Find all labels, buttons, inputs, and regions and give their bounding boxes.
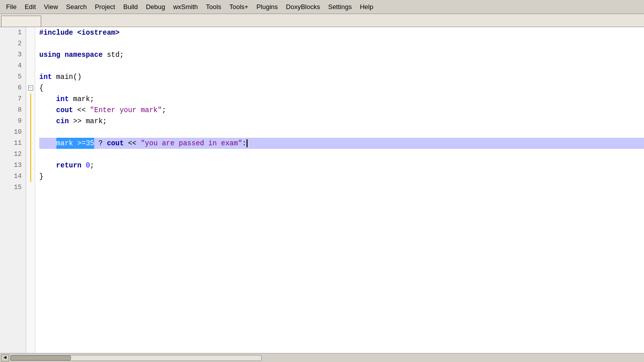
fold-marker-14: [26, 171, 35, 182]
code-line-13: return 0;: [39, 160, 644, 171]
code-line-1: #include <iostream>: [39, 27, 644, 38]
code-line-3: using namespace std;: [39, 49, 644, 60]
scroll-left-button[interactable]: ◄: [1, 354, 9, 361]
menu-bar: FileEditViewSearchProjectBuildDebugwxSmi…: [0, 0, 644, 14]
tab-bar: [0, 14, 644, 27]
line-number-13: 13: [0, 160, 26, 171]
line-number-4: 4: [0, 60, 26, 71]
code-line-4: [39, 60, 644, 71]
code-line-15: [39, 182, 644, 193]
fold-marker-6[interactable]: −: [26, 82, 35, 94]
menu-item-debug[interactable]: Debug: [142, 2, 169, 12]
code-span: cout: [107, 138, 124, 149]
code-line-7: int mark;: [39, 94, 644, 105]
code-span: "you are passed in exam": [141, 138, 243, 149]
menu-item-tools+[interactable]: Tools+: [225, 2, 253, 12]
code-span: namespace: [64, 49, 103, 60]
scrollbar-track[interactable]: [10, 355, 262, 361]
code-span: [39, 116, 56, 127]
code-span: [60, 49, 64, 60]
code-span: }: [39, 171, 43, 182]
menu-item-tools[interactable]: Tools: [202, 2, 225, 12]
code-span: int: [56, 94, 69, 105]
menu-item-project[interactable]: Project: [91, 2, 119, 12]
line-number-6: 6: [0, 82, 26, 94]
code-span: [39, 94, 56, 105]
menu-item-build[interactable]: Build: [119, 2, 142, 12]
menu-item-wxsmith[interactable]: wxSmith: [169, 2, 202, 12]
menu-item-file[interactable]: File: [2, 2, 21, 12]
code-line-6: {: [39, 82, 644, 94]
code-line-10: [39, 127, 644, 138]
fold-marker-10: [26, 127, 35, 138]
fold-marker-11: [26, 138, 35, 149]
code-line-14: }: [39, 171, 644, 182]
code-span: [39, 138, 56, 149]
code-span: "Enter your mark": [90, 105, 162, 116]
code-span: return: [56, 160, 82, 171]
code-span: ?: [94, 138, 107, 149]
menu-item-doxyblocks[interactable]: DoxyBlocks: [282, 2, 324, 12]
fold-marker-2: [26, 38, 35, 49]
horizontal-scrollbar[interactable]: ◄: [0, 353, 644, 362]
code-span: [82, 160, 86, 171]
menu-item-search[interactable]: Search: [62, 2, 91, 12]
code-span: mark;: [69, 94, 94, 105]
active-tab[interactable]: [1, 16, 41, 27]
line-number-14: 14: [0, 171, 26, 182]
fold-marker-7: [26, 94, 35, 105]
code-span: :: [242, 138, 246, 149]
menu-item-view[interactable]: View: [40, 2, 62, 12]
fold-marker-15: [26, 182, 35, 193]
text-cursor: [247, 139, 248, 147]
fold-line-13: [30, 160, 31, 171]
menu-item-plugins[interactable]: Plugins: [253, 2, 282, 12]
fold-line-11: [30, 138, 31, 149]
scrollbar-thumb[interactable]: [11, 355, 71, 360]
code-line-11: mark >=35 ? cout << "you are passed in e…: [39, 138, 644, 149]
code-span: <<: [73, 105, 90, 116]
line-number-15: 15: [0, 182, 26, 193]
menu-item-settings[interactable]: Settings: [324, 2, 356, 12]
line-numbers: 123456789101112131415: [0, 27, 26, 353]
fold-marker-13: [26, 160, 35, 171]
code-span: cout: [56, 105, 73, 116]
fold-line-14: [30, 171, 31, 182]
fold-marker-4: [26, 60, 35, 71]
code-span: ;: [90, 160, 94, 171]
code-span: >> mark;: [69, 116, 107, 127]
fold-line-12: [30, 149, 31, 160]
code-line-9: cin >> mark;: [39, 116, 644, 127]
fold-line-10: [30, 127, 31, 138]
code-line-12: [39, 149, 644, 160]
fold-margin: −: [26, 27, 35, 353]
code-span: [39, 160, 56, 171]
fold-marker-5: [26, 71, 35, 82]
line-number-8: 8: [0, 105, 26, 116]
editor-area: 123456789101112131415 − #include <iostre…: [0, 27, 644, 353]
fold-line-8: [30, 105, 31, 116]
code-span: main(): [52, 71, 82, 82]
line-number-5: 5: [0, 71, 26, 82]
line-number-9: 9: [0, 116, 26, 127]
code-span: std;: [103, 49, 124, 60]
menu-item-edit[interactable]: Edit: [21, 2, 40, 12]
code-span: {: [39, 82, 43, 94]
code-span: 0: [86, 160, 90, 171]
fold-marker-12: [26, 149, 35, 160]
fold-line-7: [30, 94, 31, 105]
code-span: using: [39, 49, 60, 60]
line-number-10: 10: [0, 127, 26, 138]
menu-item-help[interactable]: Help: [356, 2, 377, 12]
line-number-1: 1: [0, 27, 26, 38]
code-area[interactable]: #include <iostream>using namespace std;i…: [35, 27, 644, 353]
fold-box-6[interactable]: −: [28, 85, 33, 90]
selected-text: mark >=35: [56, 138, 95, 149]
code-span: #include <iostream>: [39, 27, 120, 38]
code-span: [39, 105, 56, 116]
line-number-12: 12: [0, 149, 26, 160]
code-span: ;: [162, 105, 166, 116]
line-number-11: 11: [0, 138, 26, 149]
line-number-3: 3: [0, 49, 26, 60]
code-span: cin: [56, 116, 69, 127]
